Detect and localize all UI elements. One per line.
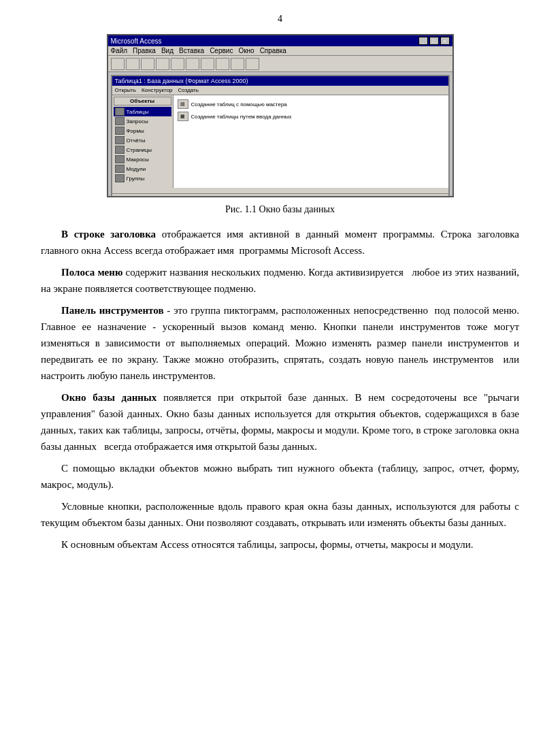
paragraph-7: К основным объектам Access относятся таб… <box>41 536 519 553</box>
paragraph-7-text: К основным объектам Access относятся таб… <box>61 539 474 550</box>
app-titlebar: Microsoft Access _ □ × <box>108 35 452 46</box>
db-btn-create[interactable]: Создать <box>178 87 199 93</box>
screenshot-box: Microsoft Access _ □ × Файл Правка Вид В… <box>107 34 454 197</box>
toolbar-btn-7[interactable] <box>201 58 214 70</box>
sidebar-item-queries[interactable]: Запросы <box>114 116 171 126</box>
paragraph-5: С помощью вкладки объектов можно выбрать… <box>41 460 519 493</box>
paragraph-1: В строке заголовка отображается имя акти… <box>41 226 519 259</box>
reports-icon <box>115 136 125 144</box>
sidebar-label-forms: Формы <box>127 128 144 134</box>
macros-icon <box>115 155 125 163</box>
db-sidebar-label: Объекты <box>114 97 171 105</box>
menubar: Файл Правка Вид Вставка Сервис Окно Спра… <box>108 46 452 56</box>
term-db-window: Окно базы данных <box>61 392 157 403</box>
menu-help[interactable]: Справка <box>260 47 286 54</box>
toolbar-btn-3[interactable] <box>141 58 154 70</box>
screenshot-container: Microsoft Access _ □ × Файл Правка Вид В… <box>41 34 519 197</box>
term-toolbar: Панель инструментов <box>61 305 164 316</box>
page-number: 4 <box>41 14 519 24</box>
app-toolbar <box>108 56 452 72</box>
paragraph-6-text: Условные кнопки, расположенные вдоль пра… <box>41 501 519 528</box>
db-main-area: ▤ Создание таблиц с помощью мастера ▦ Со… <box>174 95 448 188</box>
sidebar-label-modules: Модули <box>127 166 146 172</box>
app-title: Microsoft Access <box>111 37 162 45</box>
minimize-btn[interactable]: _ <box>418 37 428 45</box>
sidebar-item-pages[interactable]: Страницы <box>114 145 171 154</box>
title-controls: _ □ × <box>418 37 450 45</box>
db-toolbar: Открыть Конструктор Создать <box>112 86 448 95</box>
figure-caption: Рис. 1.1 Окно базы данных <box>41 204 519 215</box>
sidebar-item-modules[interactable]: Модули <box>114 164 171 174</box>
db-window: Таблица1 : База данных (Формат Access 20… <box>111 75 450 197</box>
db-sidebar: Объекты Таблицы Запросы Формы <box>112 95 174 188</box>
input-icon: ▦ <box>178 112 188 121</box>
groups-icon <box>115 174 125 182</box>
db-titlebar: Таблица1 : База данных (Формат Access 20… <box>112 76 448 86</box>
forms-icon <box>115 127 125 135</box>
term-menubar: Полоса меню <box>61 267 122 278</box>
wizard-icon: ▤ <box>178 99 188 109</box>
sidebar-item-reports[interactable]: Отчёты <box>114 135 171 145</box>
statusbar: Готово NUM <box>112 193 448 197</box>
modules-icon <box>115 165 125 173</box>
menu-view[interactable]: Вид <box>161 47 174 54</box>
paragraph-4: Окно базы данных появляется при открытой… <box>41 389 519 455</box>
paragraph-6: Условные кнопки, расположенные вдоль пра… <box>41 498 519 531</box>
term-titlebar: В строке заголовка <box>61 229 156 240</box>
db-content: Объекты Таблицы Запросы Формы <box>112 95 448 188</box>
list-item-wizard-label: Создание таблиц с помощью мастера <box>191 101 287 108</box>
toolbar-btn-1[interactable] <box>111 58 125 70</box>
menu-window[interactable]: Окно <box>238 47 254 54</box>
toolbar-btn-8[interactable] <box>216 58 229 70</box>
tables-icon <box>115 108 125 116</box>
list-item-input-label: Создание таблицы путем ввода данных <box>191 114 292 120</box>
sidebar-item-tables[interactable]: Таблицы <box>114 107 171 116</box>
sidebar-label-reports: Отчёты <box>127 137 146 144</box>
list-item-wizard[interactable]: ▤ Создание таблиц с помощью мастера <box>176 98 446 110</box>
menu-service[interactable]: Сервис <box>210 47 233 54</box>
sidebar-label-groups: Группы <box>127 176 145 182</box>
toolbar-btn-2[interactable] <box>126 58 139 70</box>
close-btn[interactable]: × <box>440 37 450 45</box>
sidebar-label-tables: Таблицы <box>127 109 149 115</box>
sidebar-label-queries: Запросы <box>127 118 148 125</box>
statusbar-left: Готово <box>115 195 132 197</box>
sidebar-item-groups[interactable]: Группы <box>114 174 171 183</box>
paragraph-3-text: - это группа пиктограмм, расположенных н… <box>41 305 519 381</box>
text-body: В строке заголовка отображается имя акти… <box>41 226 519 553</box>
pages-icon <box>115 146 125 154</box>
toolbar-btn-6[interactable] <box>186 58 199 70</box>
list-item-input[interactable]: ▦ Создание таблицы путем ввода данных <box>176 110 446 122</box>
toolbar-btn-5[interactable] <box>171 58 184 70</box>
menu-insert[interactable]: Вставка <box>179 47 204 54</box>
toolbar-btn-4[interactable] <box>156 58 169 70</box>
menu-file[interactable]: Файл <box>111 47 128 54</box>
paragraph-3: Панель инструментов - это группа пиктогр… <box>41 302 519 384</box>
sidebar-label-pages: Страницы <box>127 147 152 153</box>
maximize-btn[interactable]: □ <box>429 37 439 45</box>
statusbar-right: NUM <box>433 195 445 197</box>
menu-edit[interactable]: Правка <box>133 47 156 54</box>
toolbar-btn-10[interactable] <box>246 58 259 70</box>
sidebar-item-forms[interactable]: Формы <box>114 126 171 135</box>
toolbar-btn-9[interactable] <box>231 58 244 70</box>
db-btn-constructor[interactable]: Конструктор <box>142 87 173 93</box>
queries-icon <box>115 117 125 125</box>
paragraph-5-text: С помощью вкладки объектов можно выбрать… <box>41 463 519 490</box>
sidebar-label-macros: Макросы <box>127 157 149 163</box>
sidebar-item-macros[interactable]: Макросы <box>114 154 171 164</box>
paragraph-2: Полоса меню содержит названия нескольких… <box>41 264 519 297</box>
db-btn-open[interactable]: Открыть <box>115 87 136 93</box>
